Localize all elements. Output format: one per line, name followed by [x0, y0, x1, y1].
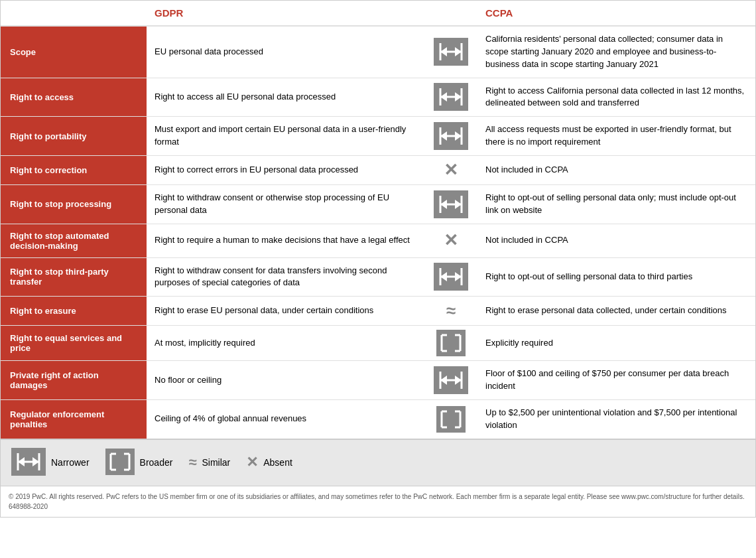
ccpa-cell: All access requests must be exported in … — [477, 117, 755, 155]
legend-absent: ✕ Absent — [246, 454, 292, 471]
table-row: Right to erasure Right to erase EU perso… — [1, 297, 755, 326]
gdpr-cell: EU personal data processed — [147, 27, 424, 78]
gdpr-cell: Right to withdraw consent for data trans… — [147, 258, 424, 297]
icon-cell: ✕ — [424, 156, 477, 184]
ccpa-cell: Up to $2,500 per unintentional violation… — [477, 400, 755, 439]
icon-cell — [424, 78, 477, 117]
gdpr-cell: Right to access all EU personal data pro… — [147, 78, 424, 117]
table-row: Right to stop automated decision-making … — [1, 224, 755, 258]
gdpr-cell: Right to erase EU personal data, under c… — [147, 297, 424, 325]
table-row: Right to stop processing Right to withdr… — [1, 185, 755, 224]
icon-cell — [424, 117, 477, 155]
row-label: Private right of action damages — [1, 361, 147, 399]
gdpr-cell: Right to correct errors in EU personal d… — [147, 156, 424, 184]
narrower-icon — [11, 448, 46, 478]
broader-icon — [105, 449, 135, 477]
icon-cell — [424, 326, 477, 360]
table-row: Right to access Right to access all EU p… — [1, 78, 755, 117]
narrower-label: Narrower — [51, 457, 90, 468]
icon-cell: ✕ — [424, 224, 477, 257]
table-row: Right to correction Right to correct err… — [1, 156, 755, 185]
gdpr-cell: At most, implicitly required — [147, 326, 424, 360]
ccpa-cell: Not included in CCPA — [477, 224, 755, 257]
header-ccpa: CCPA — [477, 1, 755, 25]
ccpa-cell: Not included in CCPA — [477, 156, 755, 184]
icon-cell — [424, 185, 477, 224]
broader-label: Broader — [140, 457, 173, 468]
ccpa-cell: Right to erase personal data collected, … — [477, 297, 755, 325]
header-gdpr: GDPR — [147, 1, 424, 25]
header-empty — [1, 1, 147, 25]
gdpr-cell: Must export and import certain EU person… — [147, 117, 424, 155]
table-row: Scope EU personal data processed Califor… — [1, 27, 755, 78]
row-label: Right to stop processing — [1, 185, 147, 224]
table-body: Scope EU personal data processed Califor… — [1, 27, 755, 439]
legend-broader: Broader — [105, 449, 173, 477]
table-row: Regulator enforcement penalties Ceiling … — [1, 400, 755, 439]
row-label: Right to stop automated decision-making — [1, 224, 147, 257]
ccpa-cell: Explicitly required — [477, 326, 755, 360]
row-label: Right to stop third-party transfer — [1, 258, 147, 297]
table-header: GDPR CCPA — [1, 1, 755, 27]
row-label: Scope — [1, 27, 147, 78]
similar-label: Similar — [202, 457, 230, 468]
table-row: Private right of action damages No floor… — [1, 361, 755, 400]
row-label: Right to equal services and price — [1, 326, 147, 360]
row-label: Right to correction — [1, 156, 147, 184]
ccpa-cell: California residents' personal data coll… — [477, 27, 755, 78]
legend-narrower: Narrower — [11, 448, 90, 478]
similar-icon: ≈ — [188, 454, 196, 471]
absent-icon: ✕ — [246, 454, 258, 471]
table-row: Right to equal services and price At mos… — [1, 326, 755, 361]
table-row: Right to portability Must export and imp… — [1, 117, 755, 156]
icon-cell — [424, 27, 477, 78]
comparison-table: GDPR CCPA Scope EU personal data process… — [0, 0, 756, 518]
row-label: Right to access — [1, 78, 147, 117]
ccpa-cell: Right to access California personal data… — [477, 78, 755, 117]
table-row: Right to stop third-party transfer Right… — [1, 258, 755, 297]
row-label: Regulator enforcement penalties — [1, 400, 147, 439]
ccpa-cell: Right to opt-out of selling personal dat… — [477, 258, 755, 297]
legend-similar: ≈ Similar — [188, 454, 230, 471]
gdpr-cell: No floor or ceiling — [147, 361, 424, 399]
absent-label: Absent — [263, 457, 292, 468]
gdpr-cell: Right to withdraw consent or otherwise s… — [147, 185, 424, 224]
row-label: Right to portability — [1, 117, 147, 155]
icon-cell — [424, 400, 477, 439]
icon-cell: ≈ — [424, 297, 477, 325]
header-icon-col — [424, 1, 477, 25]
ccpa-cell: Floor of $100 and ceiling of $750 per co… — [477, 361, 755, 399]
row-label: Right to erasure — [1, 297, 147, 325]
gdpr-cell: Right to require a human to make decisio… — [147, 224, 424, 257]
ccpa-cell: Right to opt-out of selling personal dat… — [477, 185, 755, 224]
icon-cell — [424, 258, 477, 297]
footer: © 2019 PwC. All rights reserved. PwC ref… — [1, 486, 755, 517]
footer-text: © 2019 PwC. All rights reserved. PwC ref… — [9, 493, 745, 510]
icon-cell — [424, 361, 477, 399]
legend: Narrower Broader ≈ Similar ✕ Absent — [1, 439, 755, 486]
gdpr-cell: Ceiling of 4% of global annual revenues — [147, 400, 424, 439]
